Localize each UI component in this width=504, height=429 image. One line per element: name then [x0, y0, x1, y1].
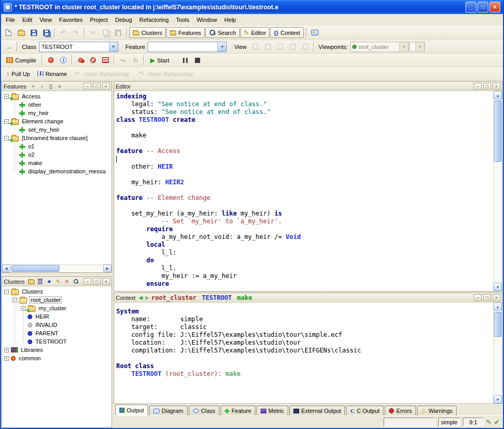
viewpoints-combobox[interactable]: root_cluster ▼	[350, 42, 409, 52]
undo-button[interactable]: ↶	[57, 27, 69, 39]
delete-item-button[interactable]: ×	[63, 278, 71, 285]
editor-vertical-scrollbar[interactable]: ▲ ▼	[493, 91, 502, 291]
context-panel-header[interactable]: Context ◀ ▶ root_clusterTESTROOTmake – □…	[114, 293, 502, 302]
tree-item-my-cluster[interactable]: +my_cluster	[2, 304, 112, 312]
freeze-button[interactable]	[75, 54, 87, 66]
tab-external-output[interactable]: External Output	[289, 406, 345, 415]
horizontal-splitter[interactable]	[2, 273, 112, 276]
precompile-button[interactable]	[100, 54, 112, 66]
menu-file[interactable]: File	[2, 15, 19, 25]
tree-item-o2[interactable]: o2	[2, 150, 112, 159]
menu-help[interactable]: Help	[220, 15, 240, 25]
context-crumb-testroot[interactable]: TESTROOT	[202, 294, 232, 301]
editor-body[interactable]: indexing legal: "See notice at end of cl…	[114, 91, 502, 291]
tree-item-make[interactable]: make	[2, 159, 112, 167]
tree-item-o1[interactable]: o1	[2, 142, 112, 150]
tree-item-libraries[interactable]: +Libraries	[2, 346, 112, 354]
feature-combobox[interactable]: ▼	[147, 42, 227, 52]
close-button[interactable]: ×	[489, 2, 500, 12]
scroll-track[interactable]	[494, 99, 502, 283]
view-interface-button[interactable]	[287, 41, 299, 53]
add-class-button[interactable]: ◆	[45, 278, 53, 285]
tab-feature[interactable]: Feature	[220, 406, 255, 415]
menu-window[interactable]: Window	[193, 15, 220, 25]
rename-button[interactable]: IRename	[34, 68, 70, 80]
context-maximize-button[interactable]: □	[483, 294, 491, 301]
features-panel-header[interactable]: Features + ↕ {} ≡ – □ ×	[2, 82, 112, 91]
clusters-close-button[interactable]: ×	[102, 278, 110, 285]
redo-refactoring-button[interactable]: ↷Redo Refactoring	[135, 68, 199, 80]
history-back-button[interactable]: ◀	[138, 295, 143, 300]
context-tool-button[interactable]: {}Context	[270, 27, 303, 38]
tab-warnings[interactable]: ⚠Warnings	[417, 406, 457, 415]
add-cluster-button[interactable]	[27, 278, 35, 285]
tab-class[interactable]: Class	[189, 406, 220, 415]
paste-button[interactable]	[112, 27, 124, 39]
scroll-down-button[interactable]: ▼	[494, 395, 502, 403]
stop-button[interactable]	[192, 54, 204, 66]
tree-item-invalid[interactable]: INVALID	[2, 321, 112, 329]
restore-button[interactable]: □	[477, 2, 488, 12]
feature-combobox-arrow[interactable]: ▼	[217, 42, 226, 52]
menu-project[interactable]: Project	[87, 15, 112, 25]
context-crumb-root_cluster[interactable]: root_cluster	[151, 294, 196, 301]
clusters-maximize-button[interactable]: □	[93, 278, 101, 285]
scroll-right-button[interactable]: ▶	[103, 264, 112, 272]
pull-up-button[interactable]: ↑Pull Up	[3, 68, 33, 80]
tree-item-my-heir[interactable]: my_heir	[2, 109, 112, 117]
tree-item-unnamed-feature-clause[interactable]: −[Unnamed feature clause]	[2, 134, 112, 142]
finalize-button[interactable]	[87, 54, 99, 66]
scroll-track[interactable]	[10, 264, 103, 272]
tab-output[interactable]: Output	[115, 405, 148, 415]
step-into-button[interactable]: ↪	[117, 54, 129, 66]
context-close-button[interactable]: ×	[493, 294, 500, 301]
tree-collapse-box[interactable]: −	[4, 289, 9, 294]
class-combobox-arrow[interactable]: ▼	[109, 42, 118, 52]
search-tool-button[interactable]: Search	[205, 27, 240, 38]
tree-item-testroot[interactable]: TESTROOT	[2, 337, 112, 346]
title-bar[interactable]: * TESTROOT in cluster root_cluster locat…	[1, 0, 503, 14]
send-to-new-tool-button[interactable]: →	[3, 41, 15, 53]
viewpoint-variant-arrow[interactable]: ▼	[415, 42, 424, 52]
history-forward-button[interactable]: ▶	[145, 295, 150, 300]
tree-expand-box[interactable]: +	[21, 306, 26, 311]
context-body[interactable]: System name: simple target: classic conf…	[114, 302, 502, 403]
editor-close-button[interactable]: ×	[493, 83, 500, 90]
editor-maximize-button[interactable]: □	[483, 83, 491, 90]
tree-item-parent[interactable]: PARENT	[2, 329, 112, 337]
features-tool-button[interactable]: Features	[166, 27, 204, 38]
redo-button[interactable]: ↷	[70, 27, 82, 39]
tree-expand-box[interactable]: +	[4, 356, 9, 361]
undo-refactoring-button[interactable]: ↶Undo Refactoring	[71, 68, 135, 80]
scroll-up-button[interactable]: ▲	[494, 91, 502, 99]
menu-debug[interactable]: Debug	[112, 15, 136, 25]
editor-panel-header[interactable]: Editor – □ ×	[114, 82, 502, 91]
features-close-button[interactable]: ×	[102, 83, 110, 90]
features-maximize-button[interactable]: □	[93, 83, 101, 90]
view-contract-button[interactable]	[274, 41, 286, 53]
cut-button[interactable]: ✂	[87, 27, 99, 39]
tree-item-set-my-heir[interactable]: set_my_heir	[2, 125, 112, 134]
view-flat-button[interactable]	[262, 41, 274, 53]
tab-metric[interactable]: Metric	[256, 406, 288, 415]
tree-item-element-change[interactable]: −Element change	[2, 117, 112, 125]
menu-refactoring[interactable]: Refactoring	[136, 15, 172, 25]
class-combobox[interactable]: TESTROOT ▼	[39, 42, 118, 52]
project-info-button[interactable]: i	[57, 54, 69, 66]
menu-view[interactable]: View	[36, 15, 56, 25]
context-vertical-scrollbar[interactable]: ▲ ▼	[493, 302, 502, 403]
tree-collapse-box[interactable]: −	[4, 119, 9, 124]
melt-button[interactable]	[45, 54, 57, 66]
editor-tool-button[interactable]: ✎Editor	[240, 27, 270, 38]
features-tool-1-button[interactable]: +	[29, 83, 37, 90]
features-horizontal-scrollbar[interactable]: ◀ ▶	[2, 264, 112, 272]
tree-item-heir[interactable]: HEIR	[2, 312, 112, 321]
compile-status-icon[interactable]: ✔	[494, 419, 499, 426]
minimize-button[interactable]: _	[465, 2, 476, 12]
diagram-tool-button[interactable]	[309, 27, 321, 39]
start-button[interactable]: ▶Start	[146, 54, 173, 66]
features-minimize-button[interactable]: –	[83, 83, 91, 90]
save-all-button[interactable]	[40, 27, 52, 39]
new-button[interactable]	[3, 27, 15, 39]
tree-item-root-cluster[interactable]: −root_cluster	[2, 296, 112, 304]
